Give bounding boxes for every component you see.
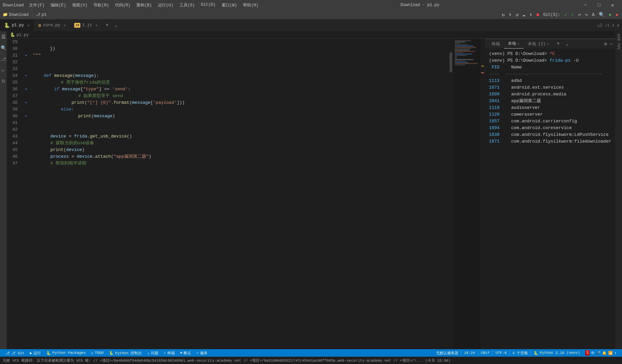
panel-tab-more[interactable]: ⌄ — [563, 41, 571, 47]
toolbar-forward[interactable]: ↪ — [584, 11, 589, 18]
app-name-label: Download — [3, 3, 24, 8]
code-line-43: device = frida.get_usb_device() — [28, 133, 449, 140]
panel-collapse-icon[interactable]: — — [610, 41, 613, 47]
status-terminal-status[interactable]: ✓ 终端 — [161, 349, 178, 357]
status-git[interactable]: ⎇ ⎇ Git — [3, 349, 27, 357]
breadcrumb-icon: 🐍 — [10, 32, 15, 37]
status-encoding[interactable]: UTF-8 — [493, 349, 509, 357]
minimize-button[interactable]: ─ — [579, 0, 592, 10]
toolbar-translate[interactable]: A — [591, 11, 596, 18]
menu-code[interactable]: 代码(R) — [112, 2, 133, 9]
status-python-packages[interactable]: 🐍 Python Packages — [44, 349, 88, 357]
menu-run[interactable]: 运行(U) — [155, 2, 176, 9]
info-bar: 无效 VCS 根路径: 以下目录被检测注册为 VCS 根: // <项目>/0a… — [0, 357, 622, 364]
code-content[interactable]: }) """ def message(message): — [28, 39, 449, 349]
tab-close-corepy[interactable]: ✕ — [63, 23, 66, 28]
python-icon: 🐍 — [46, 351, 51, 355]
maximize-button[interactable]: □ — [592, 0, 606, 10]
panel-tab-local[interactable]: 本地 ✕ — [504, 39, 524, 49]
tab-bar: 🐍 p1.py ✕ ⚙ core.py ✕ JS 1.js ✕ + ⌄ △2 ✓… — [0, 20, 622, 31]
status-python-version[interactable]: 🐍 Python 3.10 (venv) — [531, 349, 583, 357]
breakpoint-icon: ● — [180, 351, 183, 355]
todo-label: TODO — [95, 351, 104, 355]
code-line-30: }) — [28, 46, 449, 52]
line-col-label: 16:24 — [464, 351, 475, 355]
right-panel-icon2[interactable]: TOV — [617, 43, 621, 50]
menu-edit[interactable]: 编辑(E) — [48, 2, 69, 9]
term-line-2: (venv) PS D:\Download> frida-ps -U — [489, 57, 611, 64]
term-proc-1838: 1838 com.android.flysilkworm:LdPushServi… — [489, 131, 611, 138]
toolbar-cloud[interactable]: ☁ — [521, 11, 526, 18]
panel-settings-icon[interactable]: ⚙ — [604, 41, 607, 47]
toolbar-check1[interactable]: ✓ — [563, 11, 568, 18]
panel-tab-terminal[interactable]: 终端 — [488, 39, 504, 49]
status-line-col[interactable]: 16:24 — [461, 349, 478, 357]
panel-tab-local-close[interactable]: ✕ — [517, 41, 520, 46]
close-button[interactable]: ✕ — [606, 0, 619, 10]
tab-corepy[interactable]: ⚙ core.py ✕ — [34, 20, 70, 31]
warning-tick-1 — [481, 66, 484, 66]
tab-add-button[interactable]: + — [102, 22, 112, 28]
status-python-console[interactable]: 🐍 Python 控制台 — [106, 349, 144, 357]
menu-refactor[interactable]: 重构(B) — [134, 2, 155, 9]
status-breakpoint[interactable]: ● 断点 — [178, 349, 194, 357]
tab-more-button[interactable]: ⌄ — [112, 23, 120, 28]
menu-tools[interactable]: 工具(S) — [177, 2, 198, 9]
toolbar-undo[interactable]: ↺ — [515, 11, 519, 18]
term-line-header: PID Name — [489, 64, 611, 71]
menu-file[interactable]: 文件(F) — [26, 2, 47, 9]
tab-1js[interactable]: JS 1.js ✕ — [70, 20, 102, 31]
code-editor-main: 29 30 31 32 33 34 35 36 37 38 39 40 41 4… — [7, 39, 615, 349]
info-message: 无效 VCS 根路径: 以下目录被检测注册为 VCS 根: // <项目>/0a… — [3, 358, 451, 363]
code-area[interactable]: 29 30 31 32 33 34 35 36 37 38 39 40 41 4… — [7, 39, 485, 349]
toolbar-stop[interactable]: ■ — [535, 11, 540, 18]
menu-help[interactable]: 帮助(H) — [240, 2, 261, 9]
toolbar-search[interactable]: 🔍 — [598, 11, 605, 18]
status-no-server[interactable]: 无默认服务器 — [433, 349, 461, 357]
status-run[interactable]: ▶ 运行 — [27, 349, 44, 357]
status-crlf[interactable]: CRLF — [478, 349, 492, 357]
tab-close-1js[interactable]: ✕ — [95, 23, 98, 28]
panel-tab-bar: 终端 本地 ✕ 本地 (2) ✕ + ⌄ ⚙ — — [485, 39, 615, 49]
tab-p1py[interactable]: 🐍 p1.py ✕ — [0, 20, 34, 31]
python-console-label: Python 控制台 — [115, 351, 142, 356]
code-line-39: else: — [28, 106, 449, 113]
status-issues[interactable]: ⚠ 问题 — [144, 349, 161, 357]
breakpoint-label: 断点 — [184, 351, 191, 356]
panel-tab-local2-close[interactable]: ✕ — [547, 42, 549, 46]
menu-nav[interactable]: 导航(N) — [91, 2, 112, 9]
toolbar-check2[interactable]: ✓ — [570, 11, 575, 18]
editor-panel-wrapper: 🐍 p1.py 29 30 31 32 33 34 35 36 37 38 — [7, 31, 615, 349]
issues-icon: ⚠ — [147, 351, 150, 355]
right-panel-icon1[interactable]: DSB — [617, 34, 621, 41]
terminal-content[interactable]: (venv) PS D:\Download> ^C (venv) PS D:\D… — [485, 49, 615, 147]
activity-git[interactable]: ⎇ — [0, 55, 7, 63]
status-services[interactable]: ⚡ 服务 — [194, 349, 210, 357]
tab-close-p1py[interactable]: ✕ — [27, 23, 30, 28]
branch-area[interactable]: ⎇ p1 — [36, 12, 47, 17]
window-title: Download - p1.py — [261, 3, 579, 7]
todo-icon: ☑ — [91, 351, 93, 355]
panel-tab-terminal-label: 终端 — [492, 41, 500, 47]
toolbar-back[interactable]: ↩ — [577, 11, 582, 18]
status-indent[interactable]: 4 个空格 — [510, 349, 531, 357]
status-todo[interactable]: ☑ TODO — [88, 349, 106, 357]
menu-window[interactable]: 窗口(W) — [219, 2, 240, 9]
activity-debug[interactable]: ▷ — [1, 66, 6, 74]
tray-icon1: S — [585, 350, 590, 356]
editor-scrollbar[interactable] — [449, 39, 453, 349]
toolbar-refresh[interactable]: ↻ — [501, 11, 506, 18]
toolbar-download[interactable]: ⬇ — [529, 11, 533, 18]
activity-bar: ☰ 🔍 ⎇ ▷ ⧉ — [0, 31, 7, 349]
code-line-46: process = device.attach("app漏洞第二题") — [28, 153, 449, 160]
panel-tab-local2[interactable]: 本地 (2) ✕ — [524, 39, 553, 49]
activity-explorer[interactable]: ☰ — [0, 33, 7, 41]
git-label: ⎇ Git — [11, 351, 24, 355]
menu-view[interactable]: 视图(V) — [70, 2, 90, 9]
panel-tab-add[interactable]: + — [553, 41, 563, 47]
activity-extensions[interactable]: ⧉ — [0, 77, 6, 85]
scrollbar-thumb[interactable] — [450, 52, 452, 72]
menu-git[interactable]: Git(G) — [198, 2, 218, 9]
term-line-sep: ---- -----------------------------------… — [489, 71, 611, 78]
toolbar-push[interactable]: ⬆ — [508, 11, 512, 18]
